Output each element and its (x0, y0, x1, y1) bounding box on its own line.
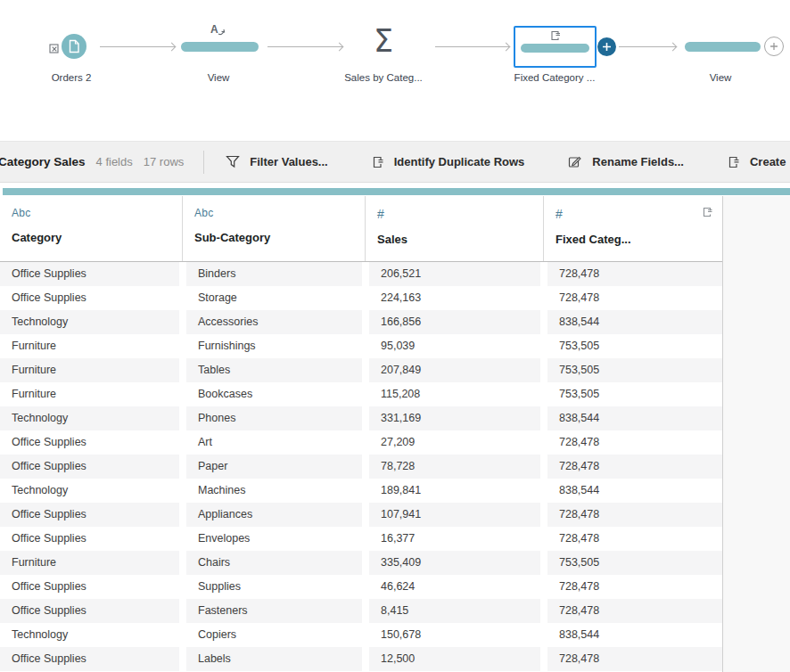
table-cell[interactable]: Office Supplies (0, 503, 183, 527)
column-header-fixed-category[interactable]: # Fixed Categ... (544, 196, 722, 261)
column-header-category[interactable]: Abc Category (0, 196, 183, 261)
table-cell[interactable]: 728,478 (544, 599, 722, 623)
add-node-button[interactable] (764, 37, 784, 56)
table-cell[interactable]: 8,415 (366, 599, 544, 623)
table-cell[interactable]: 166,856 (366, 310, 544, 334)
table-cell[interactable]: 728,478 (544, 503, 722, 527)
table-cell[interactable]: 189,841 (366, 479, 544, 503)
table-cell[interactable]: 224,163 (366, 286, 544, 310)
table-cell[interactable]: Furniture (0, 551, 183, 575)
table-cell[interactable]: 753,505 (544, 382, 722, 406)
table-row[interactable]: FurnitureChairs335,409753,505 (0, 551, 722, 575)
table-cell[interactable]: 16,377 (366, 527, 544, 551)
table-cell[interactable]: Furniture (0, 334, 183, 358)
table-cell[interactable]: 728,478 (544, 262, 722, 286)
table-cell[interactable]: 838,544 (544, 623, 722, 647)
table-cell[interactable]: 753,505 (544, 358, 722, 382)
table-cell[interactable]: 838,544 (544, 479, 722, 503)
table-cell[interactable]: Office Supplies (0, 647, 183, 671)
table-row[interactable]: Office SuppliesFasteners8,415728,478 (0, 599, 722, 623)
create-calculated-field-button[interactable]: Create (728, 155, 786, 168)
table-row[interactable]: Office SuppliesAppliances107,941728,478 (0, 503, 722, 527)
table-cell[interactable]: 95,039 (366, 334, 544, 358)
table-row[interactable]: TechnologyAccessories166,856838,544 (0, 310, 722, 334)
table-cell[interactable]: Office Supplies (0, 527, 183, 551)
table-cell[interactable]: 335,409 (366, 551, 544, 575)
table-cell[interactable]: Accessories (183, 310, 366, 334)
table-cell[interactable]: 728,478 (544, 286, 722, 310)
table-cell[interactable]: 46,624 (366, 575, 544, 599)
table-row[interactable]: Office SuppliesStorage224,163728,478 (0, 286, 722, 310)
table-cell[interactable]: 206,521 (366, 262, 544, 286)
table-cell[interactable]: Furnishings (183, 334, 366, 358)
flow-node-clean-view[interactable] (181, 42, 259, 52)
rename-fields-button[interactable]: Rename Fields... (568, 155, 684, 168)
flow-node-view[interactable] (685, 42, 761, 52)
table-cell[interactable]: 331,169 (366, 406, 544, 430)
table-cell[interactable]: 115,208 (366, 382, 544, 406)
table-cell[interactable]: 107,941 (366, 503, 544, 527)
table-cell[interactable]: Office Supplies (0, 286, 183, 310)
table-cell[interactable]: Appliances (183, 503, 366, 527)
table-cell[interactable]: 728,478 (544, 527, 722, 551)
table-row[interactable]: Office SuppliesBinders206,521728,478 (0, 262, 722, 286)
table-cell[interactable]: Office Supplies (0, 262, 183, 286)
table-cell[interactable]: Machines (183, 479, 366, 503)
table-row[interactable]: TechnologyMachines189,841838,544 (0, 479, 722, 503)
table-cell[interactable]: 728,478 (544, 455, 722, 479)
table-row[interactable]: TechnologyPhones331,169838,544 (0, 406, 722, 430)
table-cell[interactable]: Storage (183, 286, 366, 310)
table-cell[interactable]: Fasteners (183, 599, 366, 623)
table-cell[interactable]: Technology (0, 479, 183, 503)
table-cell[interactable]: Furniture (0, 382, 183, 406)
table-row[interactable]: Office SuppliesPaper78,728728,478 (0, 455, 722, 479)
table-cell[interactable]: Bookcases (183, 382, 366, 406)
table-cell[interactable]: Envelopes (183, 527, 366, 551)
table-row[interactable]: TechnologyCopiers150,678838,544 (0, 623, 722, 647)
add-step-button[interactable] (597, 37, 616, 56)
table-cell[interactable]: 753,505 (544, 334, 722, 358)
table-cell[interactable]: Tables (183, 358, 366, 382)
flow-node-aggregate[interactable]: Σ (348, 23, 419, 59)
table-cell[interactable]: 27,209 (366, 430, 544, 455)
table-cell[interactable]: Technology (0, 623, 183, 647)
table-cell[interactable]: 728,478 (544, 647, 722, 671)
table-cell[interactable]: Phones (183, 406, 366, 430)
table-cell[interactable]: Binders (183, 262, 366, 286)
table-cell[interactable]: 78,728 (366, 455, 544, 479)
table-row[interactable]: FurnitureTables207,849753,505 (0, 358, 722, 382)
column-header-sales[interactable]: # Sales (366, 196, 544, 261)
table-row[interactable]: Office SuppliesSupplies46,624728,478 (0, 575, 722, 599)
column-header-sub-category[interactable]: Abc Sub-Category (183, 196, 366, 261)
flow-node-input[interactable] (49, 34, 86, 59)
table-cell[interactable]: 728,478 (544, 430, 722, 455)
identify-duplicate-rows-button[interactable]: Identify Duplicate Rows (372, 155, 525, 168)
table-cell[interactable]: 728,478 (544, 575, 722, 599)
table-cell[interactable]: Office Supplies (0, 575, 183, 599)
table-cell[interactable]: 838,544 (544, 310, 722, 334)
table-cell[interactable]: Technology (0, 406, 183, 430)
table-cell[interactable]: Furniture (0, 358, 183, 382)
table-row[interactable]: FurnitureBookcases115,208753,505 (0, 382, 722, 406)
table-cell[interactable]: Copiers (183, 623, 366, 647)
table-cell[interactable]: 207,849 (366, 358, 544, 382)
table-cell[interactable]: Technology (0, 310, 183, 334)
table-row[interactable]: Office SuppliesLabels12,500728,478 (0, 647, 722, 671)
table-cell[interactable]: 838,544 (544, 406, 722, 430)
table-cell[interactable]: Chairs (183, 551, 366, 575)
table-cell[interactable]: 753,505 (544, 551, 722, 575)
table-cell[interactable]: Office Supplies (0, 599, 183, 623)
table-cell[interactable]: Office Supplies (0, 430, 183, 455)
table-cell[interactable]: 12,500 (366, 647, 544, 671)
table-cell[interactable]: Office Supplies (0, 455, 183, 479)
table-cell[interactable]: 150,678 (366, 623, 544, 647)
table-cell[interactable]: Art (183, 430, 366, 455)
table-cell[interactable]: Labels (183, 647, 366, 671)
table-row[interactable]: FurnitureFurnishings95,039753,505 (0, 334, 722, 358)
table-cell[interactable]: Supplies (183, 575, 366, 599)
table-row[interactable]: Office SuppliesArt27,209728,478 (0, 430, 722, 455)
flow-node-selected[interactable] (514, 26, 597, 68)
filter-values-button[interactable]: Filter Values... (226, 155, 327, 168)
table-cell[interactable]: Paper (183, 455, 366, 479)
table-row[interactable]: Office SuppliesEnvelopes16,377728,478 (0, 527, 722, 551)
